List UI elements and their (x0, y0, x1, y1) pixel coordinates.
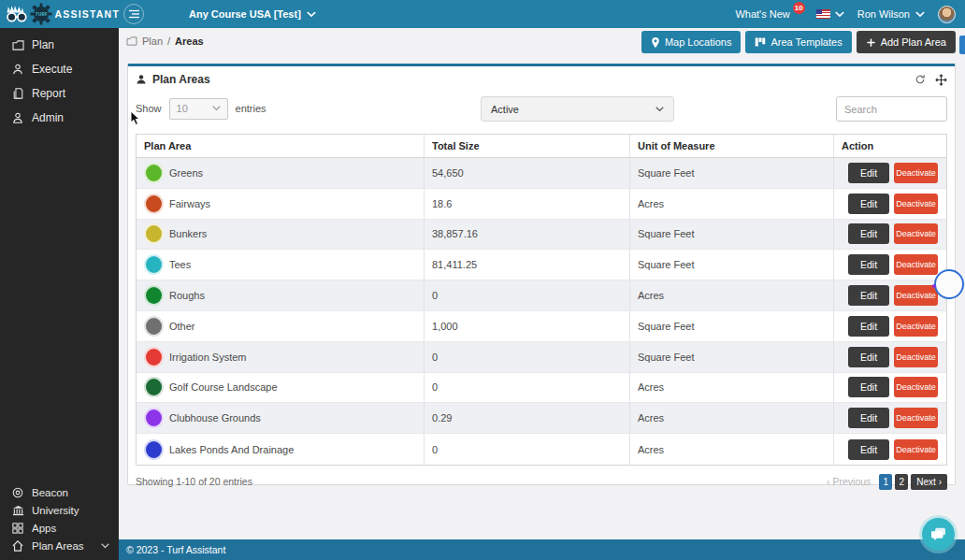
area-color-dot (144, 254, 164, 275)
chevron-down-icon (835, 11, 844, 18)
sidebar-item-admin[interactable]: Admin (0, 106, 119, 130)
next-page-button[interactable]: Next › (911, 474, 947, 490)
beacon-icon (11, 487, 24, 498)
panel-title: Plan Areas (152, 73, 210, 86)
action-cell: Edit Deactivate (834, 158, 946, 188)
deactivate-button[interactable]: Deactivate (894, 254, 938, 275)
move-icon[interactable] (935, 74, 947, 86)
folder-icon (126, 36, 137, 46)
map-locations-button[interactable]: Map Locations (641, 31, 742, 53)
click-indicator-ring (934, 269, 964, 299)
deactivate-button[interactable]: Deactivate (894, 377, 938, 397)
page-2-button[interactable]: 2 (895, 474, 908, 490)
area-color-dot (144, 377, 164, 397)
chevron-down-icon (655, 107, 664, 112)
column-header-action[interactable]: Action (834, 135, 946, 157)
total-size-cell: 0 (425, 373, 630, 403)
edit-button[interactable]: Edit (848, 347, 889, 367)
edit-button[interactable]: Edit (848, 194, 889, 214)
header-right-group: What's New 10 Ron Wilson (735, 6, 965, 23)
total-size-cell: 18.6 (425, 189, 630, 219)
search-input[interactable] (836, 96, 947, 122)
area-name: Bunkers (169, 228, 207, 239)
breadcrumb-separator: / (167, 36, 170, 47)
deactivate-button[interactable]: Deactivate (894, 408, 938, 428)
edit-button[interactable]: Edit (848, 439, 889, 460)
area-templates-button[interactable]: Area Templates (745, 31, 851, 53)
course-selector[interactable]: Any Course USA [Test] (189, 8, 316, 20)
deactivate-button[interactable]: Deactivate (894, 316, 938, 337)
main-content: Plan / Areas Map Locations Area Template… (119, 28, 965, 539)
plan-area-cell: Bunkers (137, 220, 425, 250)
deactivate-button[interactable]: Deactivate (894, 285, 938, 306)
previous-page-button[interactable]: ‹ Previous (827, 476, 871, 487)
feedback-edge-tab[interactable] (959, 36, 965, 54)
execute-user-icon (11, 64, 24, 75)
home-icon (11, 540, 24, 552)
edit-button[interactable]: Edit (848, 316, 889, 337)
area-name: Tees (169, 259, 191, 270)
unit-cell: Square Feet (630, 250, 834, 280)
top-header: TURF ASSISTANT Any Course USA [Test] Wha… (0, 0, 965, 28)
sidebar-item-label: Beacon (32, 487, 68, 498)
avatar[interactable] (938, 6, 956, 23)
column-header-total-size[interactable]: Total Size (425, 135, 630, 157)
action-cell: Edit Deactivate (834, 373, 946, 403)
deactivate-button[interactable]: Deactivate (894, 223, 938, 244)
deactivate-button[interactable]: Deactivate (894, 194, 938, 214)
chevron-down-icon (212, 106, 221, 111)
sidebar-item-university[interactable]: University (0, 501, 119, 519)
sidebar-toggle-button[interactable] (123, 4, 144, 24)
report-icon (11, 88, 24, 99)
refresh-icon[interactable] (915, 74, 926, 85)
language-selector[interactable] (816, 9, 844, 19)
edit-button[interactable]: Edit (848, 285, 889, 306)
sidebar-item-plan-areas[interactable]: Plan Areas (0, 537, 119, 554)
total-size-cell: 0 (425, 280, 630, 310)
page-1-button[interactable]: 1 (879, 474, 892, 490)
us-flag-icon (816, 9, 830, 19)
edit-button[interactable]: Edit (848, 377, 889, 397)
column-header-plan-area[interactable]: Plan Area (137, 135, 425, 157)
page-size-select[interactable]: 10 (169, 98, 228, 120)
map-pin-icon (651, 36, 660, 49)
edit-button[interactable]: Edit (848, 408, 889, 428)
status-filter-select[interactable]: Active (481, 96, 674, 122)
sidebar-item-report[interactable]: Report (0, 81, 119, 106)
unit-cell: Acres (630, 434, 834, 465)
total-size-cell: 0 (425, 434, 630, 465)
sidebar-item-label: Admin (32, 111, 64, 124)
edit-button[interactable]: Edit (848, 163, 889, 183)
folder-icon (11, 40, 24, 50)
edit-button[interactable]: Edit (848, 223, 889, 244)
turf-assistant-logo[interactable]: TURF ASSISTANT (0, 2, 120, 26)
sidebar-item-apps[interactable]: Apps (0, 519, 119, 537)
table-row: Other 1,000 Square Feet Edit Deactivate (137, 311, 946, 342)
table-row: Irrigation System 0 Square Feet Edit Dea… (137, 342, 946, 373)
area-name: Fairways (169, 198, 210, 209)
whats-new-link[interactable]: What's New 10 (735, 8, 789, 20)
sidebar-item-plan[interactable]: Plan (0, 33, 119, 57)
deactivate-button[interactable]: Deactivate (894, 347, 938, 367)
plan-area-cell: Roughs (137, 280, 425, 310)
sidebar-item-label: Execute (32, 63, 72, 76)
unit-cell: Square Feet (630, 158, 834, 188)
chat-widget-button[interactable] (922, 518, 955, 551)
sidebar-item-beacon[interactable]: Beacon (0, 483, 119, 501)
breadcrumb-plan-link[interactable]: Plan (142, 36, 163, 47)
deactivate-button[interactable]: Deactivate (894, 163, 938, 183)
add-plan-area-button[interactable]: Add Plan Area (857, 31, 956, 53)
deactivate-button[interactable]: Deactivate (894, 439, 938, 460)
area-color-dot (144, 408, 164, 428)
total-size-cell: 0.29 (425, 403, 630, 433)
sidebar-item-execute[interactable]: Execute (0, 57, 119, 81)
user-icon (136, 74, 147, 85)
edit-button[interactable]: Edit (848, 254, 889, 275)
plan-area-cell: Tees (137, 250, 425, 280)
column-header-unit[interactable]: Unit of Measure (630, 135, 834, 157)
area-name: Golf Course Landscape (169, 381, 278, 393)
area-name: Roughs (169, 290, 205, 301)
university-icon (11, 505, 24, 516)
showing-entries-text: Showing 1-10 of 20 entries (136, 476, 252, 487)
user-menu[interactable]: Ron Wilson (857, 8, 925, 20)
